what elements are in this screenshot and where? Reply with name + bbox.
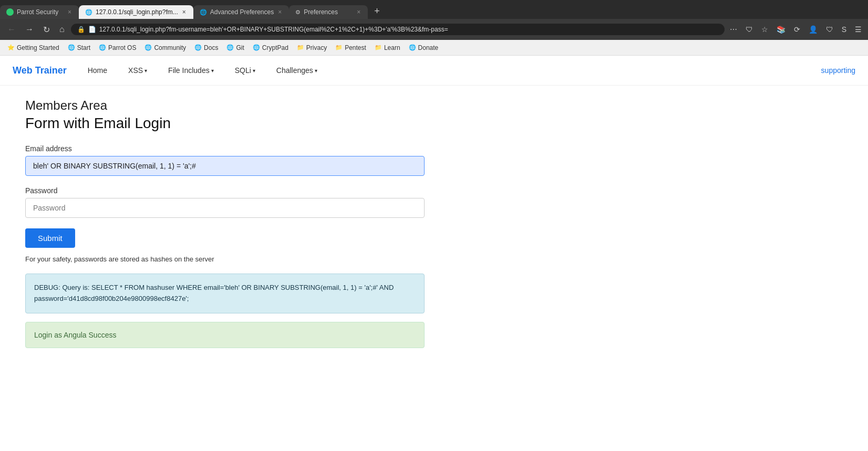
page-icon: 📄 [88, 26, 96, 33]
nav-bar: ← → ↻ ⌂ 🔒 📄 ⋯ 🛡 ☆ 📚 ⟳ 👤 🛡 S ☰ [0, 19, 868, 40]
bookmark-label-git: Git [236, 44, 244, 51]
sync-icon[interactable]: ⟳ [792, 24, 802, 35]
bookmark-label-donate: Donate [418, 44, 439, 51]
supporting-link[interactable]: supporting [821, 66, 855, 75]
bookmark-community[interactable]: 🌐 Community [141, 43, 189, 53]
docs-icon: 🌐 [194, 44, 202, 51]
bookmark-label-getting-started: Getting Started [17, 44, 59, 51]
back-button[interactable]: ← [4, 23, 19, 36]
home-button[interactable]: ⌂ [56, 23, 68, 36]
nav-challenges[interactable]: Challenges [272, 64, 322, 77]
start-icon: 🌐 [68, 44, 75, 51]
bookmark-label-docs: Docs [204, 44, 218, 51]
success-box: Login as Angula Success [25, 322, 425, 348]
tab-favicon-3: 🌐 [200, 9, 207, 16]
tab-favicon-1 [6, 8, 14, 16]
shield-icon[interactable]: 🛡 [743, 24, 755, 35]
library-icon[interactable]: 📚 [774, 24, 788, 35]
nav-right-icons: ⋯ 🛡 ☆ 📚 ⟳ 👤 🛡 S ☰ [728, 24, 864, 35]
webapp-nav: Web Trainer Home XSS File Includes SQLi … [0, 56, 868, 86]
address-bar-input[interactable] [99, 26, 718, 33]
bookmark-learn[interactable]: 📁 Learn [371, 43, 404, 53]
bookmark-star-icon[interactable]: ☆ [759, 24, 770, 35]
form-title: Form with Email Login [25, 115, 448, 132]
password-form-group: Password [25, 186, 448, 218]
ublock-icon[interactable]: 🛡 [824, 24, 835, 35]
tab-bar: Parrot Security × 🌐 127.0.0.1/sqli_login… [0, 0, 868, 19]
tab-advanced-preferences[interactable]: 🌐 Advanced Preferences × [193, 5, 289, 19]
bookmark-label-community: Community [154, 44, 186, 51]
safety-note: For your safety, passwords are stored as… [25, 255, 448, 263]
tab-close-2[interactable]: × [181, 8, 187, 16]
bookmark-label-privacy: Privacy [306, 44, 327, 51]
extensions-button[interactable]: ⋯ [728, 24, 739, 35]
pentest-icon: 📁 [335, 44, 343, 51]
email-label: Email address [25, 144, 448, 153]
tab-parrot-security[interactable]: Parrot Security × [0, 5, 79, 19]
bookmark-git[interactable]: 🌐 Git [223, 43, 247, 53]
tab-label-3: Advanced Preferences [210, 8, 274, 16]
bookmark-pentest[interactable]: 📁 Pentest [332, 43, 369, 53]
bookmark-privacy[interactable]: 📁 Privacy [294, 43, 330, 53]
security-lock-icon: 🔒 [77, 26, 85, 33]
email-form-group: Email address [25, 144, 448, 176]
bookmark-label-cryptpad: CryptPad [262, 44, 288, 51]
privacy-icon: 📁 [297, 44, 304, 51]
cryptpad-icon: 🌐 [253, 44, 260, 51]
tab-label-2: 127.0.0.1/sqli_login.php?fm... [96, 8, 178, 16]
tab-close-3[interactable]: × [277, 8, 283, 16]
getting-started-icon: ⭐ [7, 44, 15, 51]
tab-sqli-login[interactable]: 🌐 127.0.0.1/sqli_login.php?fm... × [79, 5, 193, 19]
page-content: Web Trainer Home XSS File Includes SQLi … [0, 56, 868, 361]
debug-message: DEBUG: Query is: SELECT * FROM hashuser … [34, 284, 394, 302]
tab-preferences[interactable]: ⚙ Preferences × [289, 5, 368, 19]
nav-home[interactable]: Home [84, 64, 111, 77]
tab-favicon-4: ⚙ [295, 9, 301, 16]
main-area: Members Area Form with Email Login Email… [0, 86, 473, 361]
tab-label-1: Parrot Security [17, 8, 64, 16]
webapp-brand[interactable]: Web Trainer [13, 65, 67, 76]
bookmark-docs[interactable]: 🌐 Docs [191, 43, 221, 53]
bookmark-cryptpad[interactable]: 🌐 CryptPad [250, 43, 292, 53]
bookmark-label-start: Start [77, 44, 90, 51]
donate-icon: 🌐 [409, 44, 416, 51]
email-input[interactable] [25, 156, 425, 176]
tab-close-4[interactable]: × [356, 8, 361, 16]
nav-sqli[interactable]: SQLi [231, 64, 260, 77]
s-icon[interactable]: S [840, 24, 849, 35]
bookmarks-bar: ⭐ Getting Started 🌐 Start 🌐 Parrot OS 🌐 … [0, 40, 868, 56]
section-title: Members Area [25, 98, 448, 113]
password-label: Password [25, 186, 448, 195]
password-input[interactable] [25, 198, 425, 218]
reload-button[interactable]: ↻ [40, 23, 53, 37]
user-icon[interactable]: 👤 [807, 24, 820, 35]
git-icon: 🌐 [226, 44, 234, 51]
tab-close-1[interactable]: × [67, 8, 73, 16]
new-tab-button[interactable]: + [370, 6, 384, 17]
submit-button[interactable]: Submit [25, 228, 75, 248]
address-bar-container[interactable]: 🔒 📄 [71, 24, 725, 35]
menu-button[interactable]: ☰ [853, 24, 864, 35]
community-icon: 🌐 [144, 44, 152, 51]
bookmark-label-parrot-os: Parrot OS [108, 44, 136, 51]
tab-label-4: Preferences [304, 8, 353, 16]
bookmark-donate[interactable]: 🌐 Donate [406, 43, 442, 53]
bookmark-label-learn: Learn [384, 44, 400, 51]
bookmark-label-pentest: Pentest [345, 44, 366, 51]
nav-xss[interactable]: XSS [124, 64, 151, 77]
browser-chrome: Parrot Security × 🌐 127.0.0.1/sqli_login… [0, 0, 868, 56]
bookmark-getting-started[interactable]: ⭐ Getting Started [4, 43, 63, 53]
success-message: Login as Angula Success [34, 331, 116, 339]
nav-file-includes[interactable]: File Includes [164, 64, 218, 77]
parrot-os-icon: 🌐 [99, 44, 106, 51]
bookmark-parrot-os[interactable]: 🌐 Parrot OS [96, 43, 139, 53]
forward-button[interactable]: → [22, 23, 37, 36]
bookmark-start[interactable]: 🌐 Start [65, 43, 94, 53]
learn-icon: 📁 [375, 44, 382, 51]
debug-box: DEBUG: Query is: SELECT * FROM hashuser … [25, 274, 425, 313]
tab-favicon-2: 🌐 [85, 9, 92, 16]
